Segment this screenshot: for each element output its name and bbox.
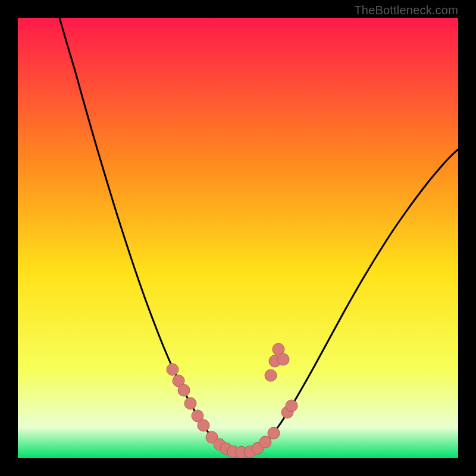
data-marker xyxy=(286,400,298,412)
data-marker xyxy=(277,353,289,365)
data-marker xyxy=(268,427,280,439)
watermark-text: TheBottleneck.com xyxy=(354,4,458,17)
data-marker xyxy=(178,384,190,396)
chart-svg xyxy=(18,18,458,458)
data-marker xyxy=(265,369,277,381)
data-marker xyxy=(259,436,271,448)
data-marker xyxy=(198,419,209,431)
data-marker xyxy=(184,397,196,409)
plot-area xyxy=(18,18,458,458)
chart-container: TheBottleneck.com xyxy=(0,0,476,476)
gradient-background xyxy=(18,18,458,458)
data-marker xyxy=(167,364,178,375)
